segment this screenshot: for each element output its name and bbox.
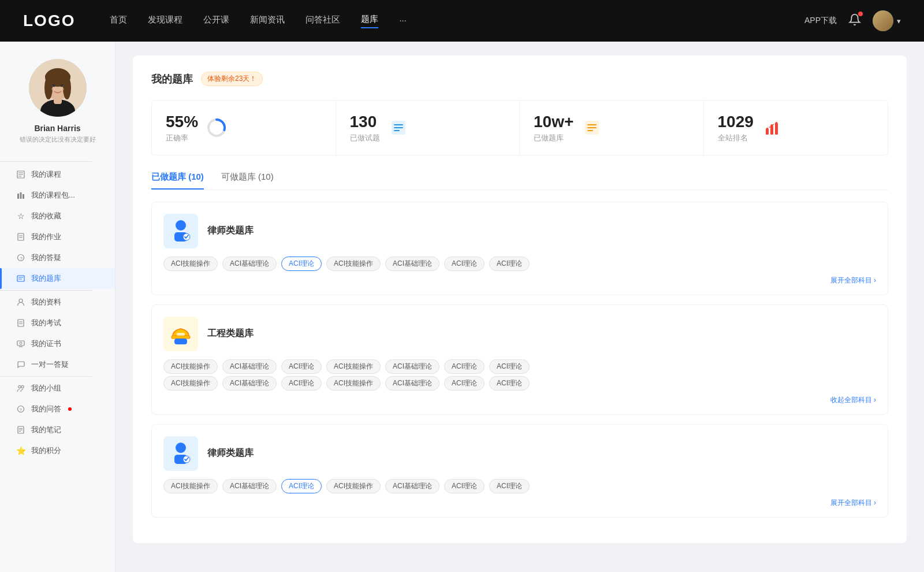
sidebar-item-course-package[interactable]: 我的课程包... — [0, 185, 115, 206]
navbar-right: APP下载 ▾ — [804, 10, 901, 31]
chart-red-icon — [762, 117, 783, 138]
tab-done-banks[interactable]: 已做题库 (10) — [151, 172, 204, 190]
app-download-button[interactable]: APP下载 — [804, 16, 837, 26]
svg-rect-54 — [775, 123, 778, 135]
user-avatar-nav — [873, 10, 893, 31]
done-banks-number: 10w+ — [534, 112, 573, 132]
bank-card-2: 工程类题库 ACI技能操作 ACI基础理论 ACI理论 ACI技能操作 ACI基… — [151, 304, 888, 415]
svg-point-7 — [45, 70, 70, 82]
svg-rect-61 — [172, 336, 190, 339]
tag-1-6[interactable]: ACI理论 — [444, 257, 485, 271]
sidebar-item-certificate[interactable]: 我的证书 — [0, 333, 115, 354]
tag-2-3[interactable]: ACI理论 — [281, 359, 322, 374]
expand-bank-1[interactable]: 展开全部科目 › — [163, 276, 876, 285]
svg-point-11 — [59, 88, 64, 90]
svg-point-8 — [52, 84, 55, 87]
lawyer-icon-3 — [163, 436, 198, 471]
nav-more[interactable]: ··· — [399, 15, 407, 27]
expand-bank-3[interactable]: 展开全部科目 › — [163, 498, 876, 508]
certificate-label: 我的证书 — [31, 339, 61, 349]
svg-rect-62 — [174, 339, 187, 344]
stat-accuracy: 55% 正确率 — [152, 101, 336, 155]
svg-rect-24 — [17, 276, 24, 281]
tag-3-2[interactable]: ACI基础理论 — [222, 479, 277, 493]
tag-3-6[interactable]: ACI理论 — [444, 479, 485, 493]
svg-point-55 — [766, 128, 768, 130]
nav-news[interactable]: 新闻资讯 — [250, 14, 285, 28]
tag-1-7[interactable]: ACI理论 — [489, 257, 530, 271]
nav-home[interactable]: 首页 — [110, 14, 127, 28]
tag-2-r2-2[interactable]: ACI基础理论 — [222, 376, 277, 391]
sidebar-item-points[interactable]: ⭐ 我的积分 — [0, 440, 115, 461]
svg-rect-18 — [23, 194, 24, 199]
bank-title-1: 律师类题库 — [207, 225, 254, 237]
tag-2-r2-1[interactable]: ACI技能操作 — [163, 376, 218, 391]
tab-available-banks[interactable]: 可做题库 (10) — [221, 172, 274, 190]
sidebar-item-question-bank[interactable]: 我的题库 — [0, 268, 115, 289]
my-answers-label: 我的问答 — [31, 404, 61, 414]
star-icon: ☆ — [16, 211, 25, 221]
tag-3-3[interactable]: ACI理论 — [281, 479, 322, 493]
tag-1-1[interactable]: ACI技能操作 — [163, 257, 218, 271]
sidebar-item-my-answers[interactable]: ? 我的问答 — [0, 399, 115, 419]
nav-qa[interactable]: 问答社区 — [305, 14, 340, 28]
done-banks-label: 已做题库 — [534, 133, 573, 143]
tag-2-r2-3[interactable]: ACI理论 — [281, 376, 322, 391]
sidebar-item-group[interactable]: 我的小组 — [0, 378, 115, 399]
sidebar-item-one-on-one[interactable]: 一对一答疑 — [0, 354, 115, 375]
sidebar-item-profile[interactable]: 我的资料 — [0, 292, 115, 313]
tag-3-1[interactable]: ACI技能操作 — [163, 479, 218, 493]
tag-2-2[interactable]: ACI基础理论 — [222, 359, 277, 374]
tag-2-1[interactable]: ACI技能操作 — [163, 359, 218, 374]
bank-tags-3: ACI技能操作 ACI基础理论 ACI理论 ACI技能操作 ACI基础理论 AC… — [163, 479, 876, 493]
bank-card-1: 律师类题库 ACI技能操作 ACI基础理论 ACI理论 ACI技能操作 ACI基… — [151, 202, 888, 295]
svg-point-56 — [770, 124, 773, 127]
tag-2-r2-5[interactable]: ACI基础理论 — [385, 376, 439, 391]
tag-2-4[interactable]: ACI技能操作 — [326, 359, 381, 374]
stat-ranking: 1029 全站排名 — [704, 101, 888, 155]
sidebar-menu: 我的课程 我的课程包... ☆ 我的收藏 我的作业 ? — [0, 159, 115, 461]
nav-open-course[interactable]: 公开课 — [203, 14, 229, 28]
tag-2-r2-4[interactable]: ACI技能操作 — [326, 376, 381, 391]
question-bank-icon — [16, 274, 25, 283]
tag-2-5[interactable]: ACI基础理论 — [385, 359, 439, 374]
stats-row: 55% 正确率 130 已做试题 — [151, 100, 888, 155]
notification-button[interactable] — [848, 13, 861, 28]
user-menu-button[interactable]: ▾ — [873, 10, 901, 31]
tag-2-6[interactable]: ACI理论 — [444, 359, 485, 374]
collapse-bank-2[interactable]: 收起全部科目 › — [163, 395, 876, 405]
homework-icon — [16, 232, 25, 242]
tag-3-4[interactable]: ACI技能操作 — [326, 479, 381, 493]
tag-1-5[interactable]: ACI基础理论 — [385, 257, 439, 271]
tag-3-5[interactable]: ACI基础理论 — [385, 479, 439, 493]
content-inner: 我的题库 体验剩余23天！ 55% 正确率 — [133, 55, 907, 543]
tag-1-2[interactable]: ACI基础理论 — [222, 257, 277, 271]
nav-question-bank[interactable]: 题库 — [361, 14, 378, 28]
notification-badge — [858, 12, 863, 16]
sidebar-item-favorites[interactable]: ☆ 我的收藏 — [0, 206, 115, 226]
tag-1-3[interactable]: ACI理论 — [281, 257, 322, 271]
points-icon: ⭐ — [16, 446, 25, 455]
sidebar-item-my-course[interactable]: 我的课程 — [0, 164, 115, 185]
bank-tags-1: ACI技能操作 ACI基础理论 ACI理论 ACI技能操作 ACI基础理论 AC… — [163, 257, 876, 271]
nav-discover[interactable]: 发现课程 — [148, 14, 182, 28]
tag-3-7[interactable]: ACI理论 — [489, 479, 530, 493]
certificate-icon — [16, 339, 25, 348]
tag-2-7[interactable]: ACI理论 — [489, 359, 530, 374]
sidebar-item-notes[interactable]: 我的笔记 — [0, 419, 115, 440]
bank-title-2: 工程类题库 — [207, 328, 254, 340]
exam-icon — [16, 318, 25, 328]
stat-done-questions: 130 已做试题 — [336, 101, 520, 155]
sidebar-item-homework[interactable]: 我的作业 — [0, 226, 115, 247]
tag-2-r2-7[interactable]: ACI理论 — [489, 376, 530, 391]
sidebar-item-my-qa[interactable]: ? 我的答疑 — [0, 247, 115, 268]
tag-1-4[interactable]: ACI技能操作 — [326, 257, 381, 271]
user-avatar — [29, 59, 87, 117]
answer-notification-dot — [68, 407, 72, 411]
chat-icon — [16, 360, 25, 369]
svg-rect-17 — [20, 192, 22, 199]
tag-2-r2-6[interactable]: ACI理论 — [444, 376, 485, 391]
svg-point-64 — [176, 443, 186, 453]
logo[interactable]: LOGO — [23, 12, 75, 30]
sidebar-item-exam[interactable]: 我的考试 — [0, 313, 115, 333]
